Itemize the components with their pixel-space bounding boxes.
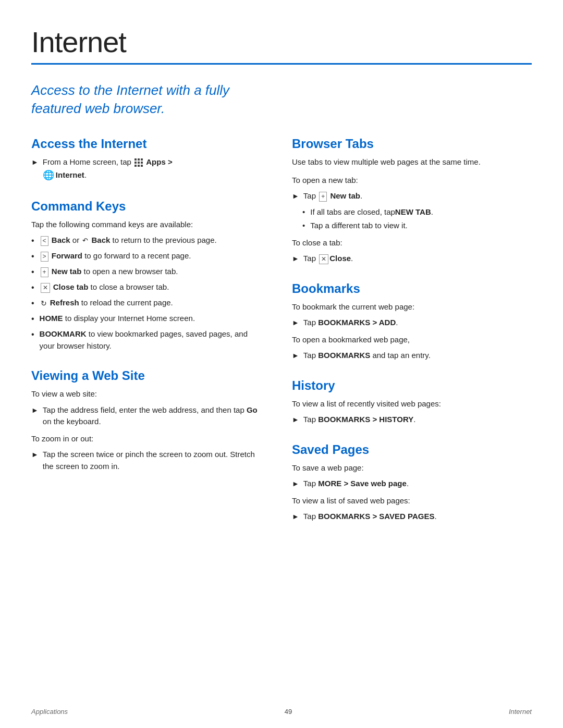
heading-browser-tabs: Browser Tabs	[292, 137, 532, 151]
open-tab-text: Tap + New tab.	[303, 190, 532, 202]
left-column: Access the Internet ► From a Home screen…	[31, 137, 282, 539]
history-text: Tap BOOKMARKS > HISTORY.	[303, 414, 532, 426]
sub-item-different-tab: Tap a different tab to view it.	[302, 220, 532, 232]
view-text-1: Tap the address field, enter the web add…	[43, 404, 261, 428]
right-column: Browser Tabs Use tabs to view multiple w…	[282, 137, 532, 539]
arrow-icon: ►	[292, 511, 299, 522]
list-item-refresh: ↻ Refresh to reload the current page.	[31, 297, 261, 310]
footer-right: Internet	[509, 708, 532, 715]
arrow-icon: ►	[292, 414, 299, 425]
close-tab-text: Tap ✕Close.	[303, 253, 532, 265]
x-icon: ✕	[41, 283, 50, 293]
saved-arrow-2: ► Tap BOOKMARKS > SAVED PAGES.	[292, 511, 532, 523]
x-box-icon: ✕	[319, 254, 328, 264]
bookmark-text-1: Tap BOOKMARKS > ADD.	[303, 317, 532, 329]
plus-icon: +	[41, 267, 48, 277]
page: Internet Access to the Internet with a f…	[0, 0, 563, 728]
saved-text-1: Tap MORE > Save web page.	[303, 478, 532, 490]
footer: Applications 49 Internet	[31, 708, 532, 715]
forward-angle-icon: >	[41, 252, 48, 262]
bookmark-text-2: Tap BOOKMARKS and tap an entry.	[303, 350, 532, 362]
browser-tabs-intro: Use tabs to view multiple web pages at t…	[292, 156, 532, 168]
view-text-2: Tap the screen twice or pinch the screen…	[43, 449, 261, 472]
history-arrow: ► Tap BOOKMARKS > HISTORY.	[292, 414, 532, 426]
view-intro-1: To view a web site:	[31, 388, 261, 400]
tagline: Access to the Internet with a fully feat…	[31, 81, 250, 118]
section-access-internet: Access the Internet ► From a Home screen…	[31, 137, 261, 182]
title-rule	[31, 63, 532, 65]
saved-intro-1: To save a web page:	[292, 462, 532, 474]
arrow-icon: ►	[292, 191, 299, 202]
access-internet-text: From a Home screen, tap Apps > 🌐 Interne…	[43, 156, 261, 182]
heading-saved-pages: Saved Pages	[292, 442, 532, 457]
arrow-icon: ►	[292, 350, 299, 361]
internet-globe-icon: 🌐	[43, 168, 54, 182]
command-keys-intro: Tap the following command keys are avail…	[31, 219, 261, 231]
section-saved-pages: Saved Pages To save a web page: ► Tap MO…	[292, 442, 532, 523]
page-title: Internet	[31, 25, 532, 59]
heading-access-internet: Access the Internet	[31, 137, 261, 151]
arrow-icon: ►	[31, 405, 39, 416]
arrow-icon: ►	[292, 253, 299, 264]
arrow-icon: ►	[292, 478, 299, 489]
history-intro: To view a list of recently visited web p…	[292, 398, 532, 410]
bookmark-intro-1: To bookmark the current web page:	[292, 301, 532, 313]
refresh-icon: ↻	[41, 298, 47, 309]
heading-command-keys: Command Keys	[31, 199, 261, 214]
sub-item-all-closed: If all tabs are closed, tap NEW TAB.	[302, 206, 532, 218]
list-item-forward: > Forward to go forward to a recent page…	[31, 250, 261, 263]
heading-history: History	[292, 378, 532, 393]
bookmark-arrow-1: ► Tap BOOKMARKS > ADD.	[292, 317, 532, 329]
apps-icon	[134, 158, 143, 167]
view-intro-2: To zoom in or out:	[31, 433, 261, 445]
open-tab-intro: To open a new tab:	[292, 175, 532, 187]
section-history: History To view a list of recently visit…	[292, 378, 532, 426]
bookmark-intro-2: To open a bookmarked web page,	[292, 334, 532, 346]
section-viewing-web-site: Viewing a Web Site To view a web site: ►…	[31, 368, 261, 472]
footer-center: 49	[285, 708, 292, 715]
list-item-back: < Back or ↶ Back to return to the previo…	[31, 235, 261, 247]
saved-text-2: Tap BOOKMARKS > SAVED PAGES.	[303, 511, 532, 523]
plus-box-icon: +	[319, 192, 327, 202]
saved-arrow-1: ► Tap MORE > Save web page.	[292, 478, 532, 490]
footer-left: Applications	[31, 708, 68, 715]
heading-viewing-web-site: Viewing a Web Site	[31, 368, 261, 383]
open-tab-arrow: ► Tap + New tab.	[292, 190, 532, 202]
close-tab-arrow: ► Tap ✕Close.	[292, 253, 532, 265]
section-command-keys: Command Keys Tap the following command k…	[31, 199, 261, 352]
arrow-icon: ►	[31, 449, 39, 460]
heading-bookmarks: Bookmarks	[292, 281, 532, 296]
close-tab-intro: To close a tab:	[292, 237, 532, 249]
section-bookmarks: Bookmarks To bookmark the current web pa…	[292, 281, 532, 362]
list-item-newtab: + New tab to open a new browser tab.	[31, 266, 261, 278]
back-angle-icon: <	[41, 236, 48, 246]
view-arrow-1: ► Tap the address field, enter the web a…	[31, 404, 261, 428]
command-keys-list: < Back or ↶ Back to return to the previo…	[31, 235, 261, 352]
arrow-icon: ►	[31, 157, 39, 168]
section-browser-tabs: Browser Tabs Use tabs to view multiple w…	[292, 137, 532, 265]
back-arrow-icon: ↶	[82, 236, 88, 246]
list-item-home: HOME to display your Internet Home scree…	[31, 313, 261, 325]
view-arrow-2: ► Tap the screen twice or pinch the scre…	[31, 449, 261, 472]
content-columns: Access the Internet ► From a Home screen…	[31, 137, 532, 539]
arrow-item: ► From a Home screen, tap Apps > 🌐 Inter…	[31, 156, 261, 182]
bookmark-arrow-2: ► Tap BOOKMARKS and tap an entry.	[292, 350, 532, 362]
open-tab-sublist: If all tabs are closed, tap NEW TAB. Tap…	[302, 206, 532, 232]
arrow-icon: ►	[292, 317, 299, 328]
list-item-bookmark: BOOKMARK to view bookmarked pages, saved…	[31, 328, 261, 352]
list-item-closetab: ✕ Close tab to close a browser tab.	[31, 281, 261, 294]
saved-intro-2: To view a list of saved web pages:	[292, 495, 532, 507]
